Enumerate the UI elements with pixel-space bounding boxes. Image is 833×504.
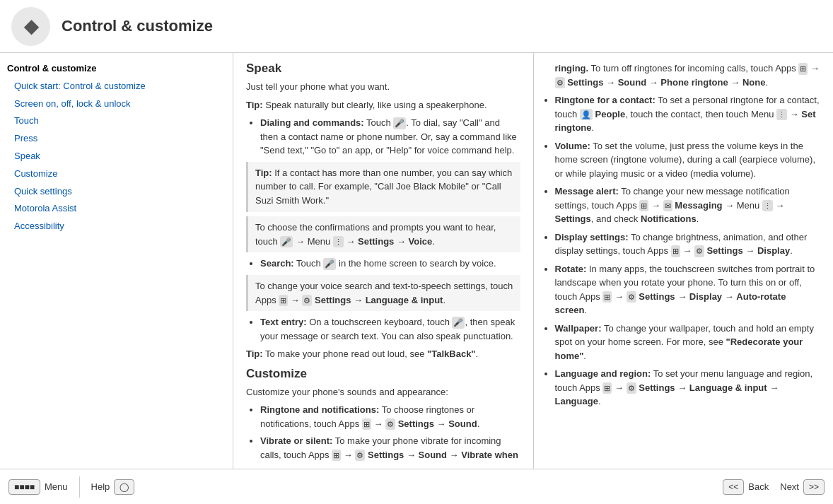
settings-bold-r1: Settings xyxy=(567,77,603,88)
apps-icon-3: ⊞ xyxy=(332,450,341,462)
tip-talkback: Tip: To make your phone read out loud, s… xyxy=(246,347,520,361)
list-item-wallpaper: Wallpaper: To change your wallpaper, tou… xyxy=(555,322,821,363)
menu-label: Menu xyxy=(45,481,68,492)
settings-bold-r2: Settings xyxy=(555,213,591,224)
logo-letter: ◆ xyxy=(24,16,38,37)
sidebar-item-quick-start[interactable]: Quick start: Control & customize xyxy=(0,78,233,95)
content-left: Speak Just tell your phone what you want… xyxy=(233,53,534,469)
language-title: Language and region: xyxy=(555,368,651,379)
apps-icon-r2: ⊞ xyxy=(639,200,648,212)
redecorate-bold: "Redecorate your home" xyxy=(555,336,803,361)
voice-bold: Voice xyxy=(409,236,433,247)
settings-bold-r3: Settings xyxy=(706,245,742,256)
apps-icon-r5: ⊞ xyxy=(602,382,612,394)
tip-label-3: Tip: xyxy=(246,348,263,359)
menu-button[interactable]: ■■■■ Menu xyxy=(8,479,68,495)
ringing-bold: ringing. xyxy=(555,63,589,74)
ringtone-title: Ringtone and notifications: xyxy=(260,404,379,415)
language-bold: Language xyxy=(555,396,598,406)
sidebar-item-speak[interactable]: Speak xyxy=(0,148,233,165)
list-item: Dialing and commands: Touch 🎤. To dial, … xyxy=(260,116,520,158)
dialing-title: Dialing and commands: xyxy=(260,117,364,128)
customize-heading: Customize xyxy=(246,367,520,381)
settings-bold: Settings xyxy=(358,236,394,247)
sidebar-item-press[interactable]: Press xyxy=(0,130,233,148)
wallpaper-title: Wallpaper: xyxy=(555,323,602,334)
people-icon: 👤 xyxy=(580,109,593,121)
customize-intro: Customize your phone's sounds and appear… xyxy=(246,385,520,399)
menu-icon-r2: ⋮ xyxy=(762,200,773,212)
list-item-message-alert: Message alert: To change your new messag… xyxy=(555,184,821,226)
speak-tip-text: Speak naturally but clearly, like using … xyxy=(265,100,487,110)
text-entry-title: Text entry: xyxy=(260,317,307,327)
list-item-ringing: ringing. To turn off ringtones for incom… xyxy=(555,61,821,89)
list-item-search: Search: Touch 🎤 in the home screen to se… xyxy=(260,257,520,271)
talkback-bold: "TalkBack" xyxy=(427,348,475,359)
ringing-text: To turn off ringtones for incoming calls… xyxy=(555,63,820,88)
settings-icon-r4: ⚙ xyxy=(627,291,636,303)
search-title: Search: xyxy=(260,258,294,269)
next-icon: >> xyxy=(803,479,825,495)
list-item-volume: Volume: To set the volume, just press th… xyxy=(555,139,821,181)
menu-icon-r: ⋮ xyxy=(776,109,787,121)
settings-text: Settings xyxy=(315,295,351,305)
mic-icon: 🎤 xyxy=(393,117,406,129)
right-bullets: ringing. To turn off ringtones for incom… xyxy=(547,61,821,409)
messaging-bold: Messaging xyxy=(675,200,722,211)
tip-voice-search: To change your voice search and text-to-… xyxy=(246,275,520,312)
bottom-left: ■■■■ Menu Help ◯ xyxy=(8,476,134,498)
list-item-text-entry: Text entry: On a touchscreen keyboard, t… xyxy=(260,315,520,343)
content-area: Speak Just tell your phone what you want… xyxy=(233,53,833,469)
main-layout: Control & customize Quick start: Control… xyxy=(0,53,833,469)
apps-icon-2: ⊞ xyxy=(362,418,371,430)
apps-icon: ⊞ xyxy=(279,295,288,307)
settings-bold-r5: Settings xyxy=(639,382,675,393)
talkback-text: To make your phone read out loud, see "T… xyxy=(265,348,478,359)
help-button[interactable]: Help ◯ xyxy=(91,479,135,495)
sidebar-item-motorola-assist[interactable]: Motorola Assist xyxy=(0,200,233,218)
message-alert-title: Message alert: xyxy=(555,186,619,197)
sidebar-item-accessibility[interactable]: Accessibility xyxy=(0,218,233,235)
next-button[interactable]: Next >> xyxy=(780,479,825,495)
lang-input-bold: Language & input xyxy=(689,382,767,393)
sidebar-item-customize[interactable]: Customize xyxy=(0,165,233,183)
volume-text: To set the volume, just press the volume… xyxy=(555,141,816,179)
help-icon: ◯ xyxy=(114,479,134,495)
phone-ringtone-bold: Phone ringtone xyxy=(660,77,728,88)
apps-icon-r4: ⊞ xyxy=(602,291,612,303)
mic-icon-4: 🎤 xyxy=(452,317,465,329)
lang-input-text: Language & input xyxy=(366,295,443,305)
tip-label: Tip: xyxy=(246,100,263,110)
apps-icon-r3: ⊞ xyxy=(671,245,680,257)
list-item-rotate: Rotate: In many apps, the touchscreen sw… xyxy=(555,262,821,317)
sidebar-item-quick-settings[interactable]: Quick settings xyxy=(0,183,233,201)
sidebar-item-touch[interactable]: Touch xyxy=(0,112,233,130)
sound-bold-2: Sound xyxy=(419,450,447,460)
search-text: Touch 🎤 in the home screen to search by … xyxy=(296,258,496,269)
back-button[interactable]: << Back xyxy=(723,479,769,495)
volume-title: Volume: xyxy=(555,141,590,151)
content-right: ringing. To turn off ringtones for incom… xyxy=(534,53,834,469)
display-title: Display settings: xyxy=(555,232,629,242)
mic-icon-3: 🎤 xyxy=(323,258,336,270)
rotate-text: In many apps, the touchscreen switches f… xyxy=(555,264,815,316)
sidebar-item-screen[interactable]: Screen on, off, lock & unlock xyxy=(0,95,233,113)
bottom-right: << Back Next >> xyxy=(723,479,825,495)
none-bold: None xyxy=(742,77,766,88)
back-label: Back xyxy=(748,481,769,492)
menu-icon-btn: ■■■■ xyxy=(8,479,40,495)
tip-contact: Tip: If a contact has more than one numb… xyxy=(246,162,520,212)
vibrate-title: Vibrate or silent: xyxy=(260,435,332,446)
settings-icon: ⚙ xyxy=(302,295,312,307)
speak-heading: Speak xyxy=(246,61,520,76)
motorola-logo: ◆ xyxy=(11,7,50,46)
header: ◆ Control & customize xyxy=(0,0,833,53)
page-title: Control & customize xyxy=(62,17,213,35)
speak-bullets-3: Text entry: On a touchscreen keyboard, t… xyxy=(252,315,520,343)
settings-icon-r1: ⚙ xyxy=(555,77,565,89)
sidebar-item-control-customize[interactable]: Control & customize xyxy=(0,60,233,78)
menu-icon: ⋮ xyxy=(333,236,344,248)
vibrate-when-bold: Vibrate when xyxy=(461,450,518,460)
help-label: Help xyxy=(91,481,110,492)
settings-icon-r3: ⚙ xyxy=(694,245,704,257)
